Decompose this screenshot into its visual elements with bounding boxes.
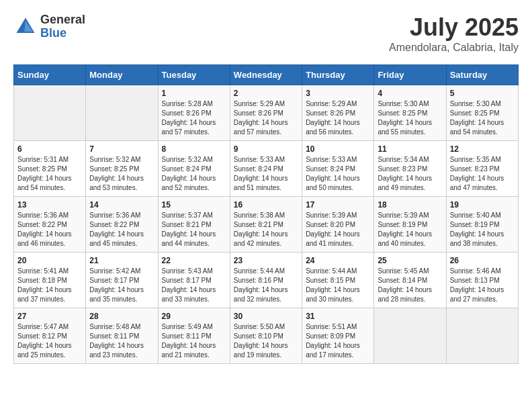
day-number: 17 [306, 200, 370, 210]
day-number: 23 [234, 256, 298, 265]
cell-w2-d4: 9Sunrise: 5:33 AMSunset: 8:24 PMDaylight… [230, 141, 302, 197]
day-info: Sunrise: 5:39 AMSunset: 8:20 PMDaylight:… [306, 211, 370, 248]
day-number: 30 [234, 312, 298, 321]
cell-w1-d6: 4Sunrise: 5:30 AMSunset: 8:25 PMDaylight… [374, 85, 446, 141]
day-number: 10 [306, 144, 370, 154]
cell-w4-d5: 24Sunrise: 5:44 AMSunset: 8:15 PMDayligh… [302, 253, 374, 308]
day-info: Sunrise: 5:44 AMSunset: 8:15 PMDaylight:… [306, 267, 370, 304]
cell-w2-d5: 10Sunrise: 5:33 AMSunset: 8:24 PMDayligh… [302, 141, 374, 197]
cell-w3-d6: 18Sunrise: 5:39 AMSunset: 8:19 PMDayligh… [374, 197, 446, 253]
day-info: Sunrise: 5:39 AMSunset: 8:19 PMDaylight:… [378, 211, 442, 248]
calendar-body: 1Sunrise: 5:28 AMSunset: 8:26 PMDaylight… [14, 85, 519, 364]
day-info: Sunrise: 5:51 AMSunset: 8:09 PMDaylight:… [306, 322, 370, 360]
day-info: Sunrise: 5:33 AMSunset: 8:24 PMDaylight:… [306, 155, 370, 193]
cell-w5-d1: 27Sunrise: 5:47 AMSunset: 8:12 PMDayligh… [14, 308, 86, 364]
logo-icon [13, 15, 38, 39]
day-info: Sunrise: 5:31 AMSunset: 8:25 PMDaylight:… [17, 155, 82, 193]
day-info: Sunrise: 5:28 AMSunset: 8:26 PMDaylight:… [162, 99, 226, 137]
day-info: Sunrise: 5:41 AMSunset: 8:18 PMDaylight:… [17, 267, 82, 304]
header: General Blue July 2025 Amendolara, Calab… [13, 13, 519, 54]
day-number: 20 [17, 256, 82, 265]
day-number: 14 [89, 200, 154, 210]
calendar-table: Sunday Monday Tuesday Wednesday Thursday… [13, 64, 519, 364]
day-info: Sunrise: 5:38 AMSunset: 8:21 PMDaylight:… [234, 211, 298, 248]
cell-w5-d7 [446, 308, 518, 364]
day-info: Sunrise: 5:43 AMSunset: 8:17 PMDaylight:… [162, 267, 226, 304]
cell-w1-d5: 3Sunrise: 5:29 AMSunset: 8:26 PMDaylight… [302, 85, 374, 141]
cell-w1-d2 [86, 85, 158, 141]
cell-w2-d3: 8Sunrise: 5:32 AMSunset: 8:24 PMDaylight… [158, 141, 230, 197]
cell-w4-d7: 26Sunrise: 5:46 AMSunset: 8:13 PMDayligh… [446, 253, 518, 308]
logo-general-text: General [40, 13, 85, 27]
day-number: 1 [162, 89, 226, 98]
logo-text: General Blue [40, 13, 85, 40]
day-number: 13 [17, 200, 82, 210]
cell-w1-d4: 2Sunrise: 5:29 AMSunset: 8:26 PMDaylight… [230, 85, 302, 141]
day-number: 3 [306, 89, 370, 98]
week-row-2: 6Sunrise: 5:31 AMSunset: 8:25 PMDaylight… [14, 141, 519, 197]
svg-marker-1 [24, 21, 33, 32]
day-info: Sunrise: 5:44 AMSunset: 8:16 PMDaylight:… [234, 267, 298, 304]
day-info: Sunrise: 5:29 AMSunset: 8:26 PMDaylight:… [306, 99, 370, 137]
location-subtitle: Amendolara, Calabria, Italy [389, 42, 519, 54]
day-info: Sunrise: 5:30 AMSunset: 8:25 PMDaylight:… [450, 99, 515, 137]
calendar-header: Sunday Monday Tuesday Wednesday Thursday… [14, 65, 519, 85]
day-number: 16 [234, 200, 298, 210]
day-info: Sunrise: 5:42 AMSunset: 8:17 PMDaylight:… [89, 267, 154, 304]
cell-w1-d3: 1Sunrise: 5:28 AMSunset: 8:26 PMDaylight… [158, 85, 230, 141]
day-number: 26 [450, 256, 515, 265]
day-info: Sunrise: 5:30 AMSunset: 8:25 PMDaylight:… [378, 99, 442, 137]
logo-blue-text: Blue [40, 27, 85, 40]
day-number: 22 [162, 256, 226, 265]
logo: General Blue [13, 13, 85, 40]
day-number: 19 [450, 200, 515, 210]
day-info: Sunrise: 5:32 AMSunset: 8:25 PMDaylight:… [89, 155, 154, 193]
week-row-1: 1Sunrise: 5:28 AMSunset: 8:26 PMDaylight… [14, 85, 519, 141]
cell-w4-d6: 25Sunrise: 5:45 AMSunset: 8:14 PMDayligh… [374, 253, 446, 308]
day-number: 15 [162, 200, 226, 210]
day-number: 27 [17, 312, 82, 321]
day-info: Sunrise: 5:36 AMSunset: 8:22 PMDaylight:… [89, 211, 154, 248]
week-row-4: 20Sunrise: 5:41 AMSunset: 8:18 PMDayligh… [14, 253, 519, 308]
cell-w3-d4: 16Sunrise: 5:38 AMSunset: 8:21 PMDayligh… [230, 197, 302, 253]
day-info: Sunrise: 5:47 AMSunset: 8:12 PMDaylight:… [17, 322, 82, 360]
header-tuesday: Tuesday [158, 65, 230, 85]
week-row-3: 13Sunrise: 5:36 AMSunset: 8:22 PMDayligh… [14, 197, 519, 253]
day-info: Sunrise: 5:40 AMSunset: 8:19 PMDaylight:… [450, 211, 515, 248]
day-number: 5 [450, 89, 515, 98]
cell-w2-d1: 6Sunrise: 5:31 AMSunset: 8:25 PMDaylight… [14, 141, 86, 197]
cell-w3-d2: 14Sunrise: 5:36 AMSunset: 8:22 PMDayligh… [86, 197, 158, 253]
cell-w1-d7: 5Sunrise: 5:30 AMSunset: 8:25 PMDaylight… [446, 85, 518, 141]
day-number: 7 [89, 144, 154, 154]
day-number: 24 [306, 256, 370, 265]
month-year-title: July 2025 [389, 13, 519, 42]
day-number: 21 [89, 256, 154, 265]
cell-w3-d3: 15Sunrise: 5:37 AMSunset: 8:21 PMDayligh… [158, 197, 230, 253]
header-thursday: Thursday [302, 65, 374, 85]
cell-w2-d6: 11Sunrise: 5:34 AMSunset: 8:23 PMDayligh… [374, 141, 446, 197]
cell-w1-d1 [14, 85, 86, 141]
header-wednesday: Wednesday [230, 65, 302, 85]
day-info: Sunrise: 5:32 AMSunset: 8:24 PMDaylight:… [162, 155, 226, 193]
day-info: Sunrise: 5:34 AMSunset: 8:23 PMDaylight:… [378, 155, 442, 193]
cell-w3-d1: 13Sunrise: 5:36 AMSunset: 8:22 PMDayligh… [14, 197, 86, 253]
cell-w4-d1: 20Sunrise: 5:41 AMSunset: 8:18 PMDayligh… [14, 253, 86, 308]
day-number: 31 [306, 312, 370, 321]
day-info: Sunrise: 5:37 AMSunset: 8:21 PMDaylight:… [162, 211, 226, 248]
cell-w4-d3: 22Sunrise: 5:43 AMSunset: 8:17 PMDayligh… [158, 253, 230, 308]
cell-w3-d7: 19Sunrise: 5:40 AMSunset: 8:19 PMDayligh… [446, 197, 518, 253]
day-info: Sunrise: 5:35 AMSunset: 8:23 PMDaylight:… [450, 155, 515, 193]
cell-w4-d2: 21Sunrise: 5:42 AMSunset: 8:17 PMDayligh… [86, 253, 158, 308]
cell-w5-d5: 31Sunrise: 5:51 AMSunset: 8:09 PMDayligh… [302, 308, 374, 364]
week-row-5: 27Sunrise: 5:47 AMSunset: 8:12 PMDayligh… [14, 308, 519, 364]
cell-w5-d4: 30Sunrise: 5:50 AMSunset: 8:10 PMDayligh… [230, 308, 302, 364]
day-number: 4 [378, 89, 442, 98]
day-number: 12 [450, 144, 515, 154]
header-row: Sunday Monday Tuesday Wednesday Thursday… [14, 65, 519, 85]
cell-w2-d2: 7Sunrise: 5:32 AMSunset: 8:25 PMDaylight… [86, 141, 158, 197]
day-number: 9 [234, 144, 298, 154]
cell-w5-d3: 29Sunrise: 5:49 AMSunset: 8:11 PMDayligh… [158, 308, 230, 364]
cell-w5-d6 [374, 308, 446, 364]
cell-w4-d4: 23Sunrise: 5:44 AMSunset: 8:16 PMDayligh… [230, 253, 302, 308]
header-saturday: Saturday [446, 65, 518, 85]
